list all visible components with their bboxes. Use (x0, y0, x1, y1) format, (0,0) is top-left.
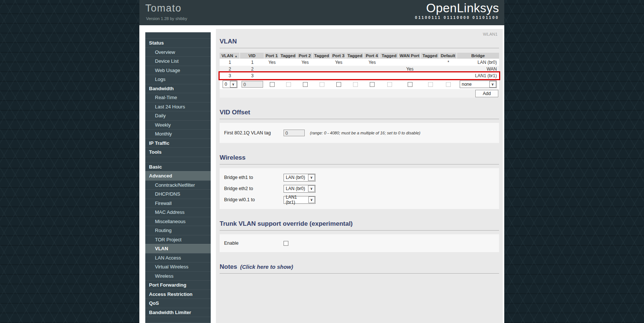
column-header-port3[interactable]: Port 3 (331, 53, 346, 59)
vlan-table: VLAN▲ VID Port 1 Tagged Port 2 Tagged Po… (220, 53, 499, 98)
cell (421, 79, 440, 89)
sidebar-item-firewall[interactable]: Firewall (145, 199, 211, 208)
sidebar-item-logs[interactable]: Logs (145, 75, 211, 84)
cell: * (440, 59, 457, 66)
wireless-row-eth2: Bridge eth2 to LAN (br0)∨ (224, 184, 495, 193)
cell: 2 (220, 66, 240, 72)
sidebar-item-ip-traffic[interactable]: IP Traffic (145, 138, 211, 148)
cell (279, 72, 297, 79)
corner-label: WLAN1 (483, 32, 498, 36)
column-header-vlan[interactable]: VLAN▲ (220, 53, 240, 59)
bridge-eth2-select[interactable]: LAN (br0)∨ (284, 185, 315, 193)
sidebar-item-virtual-wireless[interactable]: Virtual Wireless (145, 262, 211, 271)
column-header-port1[interactable]: Port 1 (265, 53, 279, 59)
sidebar-item-device-list[interactable]: Device List (145, 56, 211, 66)
vid-offset-input[interactable]: 0 (284, 130, 305, 136)
sidebar-item-tools[interactable]: Tools (145, 147, 211, 157)
sidebar-item-dhcp-dns[interactable]: DHCP/DNS (145, 189, 211, 199)
bridge-eth1-select[interactable]: LAN (br0)∨ (284, 174, 315, 182)
sidebar-item-tor-project[interactable]: TOR Project (145, 235, 211, 244)
notes-toggle-link[interactable]: (Click here to show) (240, 264, 293, 270)
sidebar-item-last-24-hours[interactable]: Last 24 Hours (145, 102, 211, 111)
sidebar-item-bandwidth-limiter[interactable]: Bandwidth Limiter (145, 308, 211, 317)
sidebar-item-vlan[interactable]: VLAN (145, 244, 211, 253)
sidebar-item-monthly[interactable]: Monthly (145, 129, 211, 138)
cell: Yes (297, 59, 313, 66)
vlan-row-1[interactable]: 1 1 Yes Yes Yes Yes * LAN (br0) (220, 59, 499, 66)
cell (297, 79, 313, 89)
cell (364, 66, 380, 72)
vlan-table-container: VLAN▲ VID Port 1 Tagged Port 2 Tagged Po… (220, 53, 499, 98)
column-header-default[interactable]: Default (440, 53, 457, 59)
sidebar-item-mac-address[interactable]: MAC Address (145, 208, 211, 217)
cell (421, 72, 440, 79)
bridge-wl01-select[interactable]: LAN1 (br1)∨ (284, 196, 315, 204)
sidebar-item-web-usage[interactable]: Web Usage (145, 66, 211, 75)
sidebar-item-wireless[interactable]: Wireless (145, 271, 211, 281)
sidebar-divider (145, 157, 211, 162)
sidebar-item-basic[interactable]: Basic (145, 162, 211, 172)
column-header-port4[interactable]: Port 4 (364, 53, 380, 59)
cell: none∨ (457, 79, 499, 89)
cell (364, 79, 380, 89)
sidebar-item-port-forwarding[interactable]: Port Forwarding (145, 280, 211, 290)
cell (265, 66, 279, 72)
sidebar-item-real-time[interactable]: Real-Time (145, 93, 211, 102)
vlan-section-title: VLAN (220, 38, 499, 48)
sidebar-item-weekly[interactable]: Weekly (145, 120, 211, 130)
bridge-select[interactable]: none∨ (460, 81, 497, 88)
sidebar-item-lan-access[interactable]: LAN Access (145, 253, 211, 262)
add-button[interactable]: Add (475, 90, 498, 97)
sidebar-item-miscellaneous[interactable]: Miscellaneous (145, 217, 211, 226)
column-header-tagged3[interactable]: Tagged (346, 53, 364, 59)
cell: 3 (220, 72, 240, 79)
cell: Yes (265, 59, 279, 66)
app-version: Version 1.28 by shibby (146, 16, 187, 21)
column-header-tagged1[interactable]: Tagged (279, 53, 297, 59)
cell: 3 (240, 72, 265, 79)
sidebar-item-overview[interactable]: Overview (145, 48, 211, 57)
column-header-vid[interactable]: VID (240, 53, 265, 59)
column-header-wan-port[interactable]: WAN Port (399, 53, 421, 59)
sidebar-divider (145, 317, 211, 322)
trunk-enable-checkbox[interactable] (284, 241, 288, 246)
column-header-tagged2[interactable]: Tagged (313, 53, 331, 59)
sidebar-item-routing[interactable]: Routing (145, 226, 211, 235)
sidebar-item-conntrack-netfilter[interactable]: Conntrack/Netfilter (145, 180, 211, 190)
column-header-tagged-wan[interactable]: Tagged (421, 53, 440, 59)
vid-offset-label: First 802.1Q VLAN tag (224, 130, 284, 136)
chevron-down-icon: ∨ (489, 81, 496, 88)
header-bar: Tomato Version 1.28 by shibby OpenLinksy… (139, 0, 504, 25)
sidebar-item-qos[interactable]: QoS (145, 298, 211, 308)
wan-port-checkbox[interactable] (408, 82, 412, 87)
cell: Yes (331, 59, 346, 66)
cell (331, 66, 346, 72)
cell: 0 (240, 79, 265, 89)
sidebar-item-advanced[interactable]: Advanced (145, 171, 211, 180)
vlan-add-form-row: 0∨ 0 (220, 79, 499, 89)
sidebar-item-access-restriction[interactable]: Access Restriction (145, 290, 211, 299)
column-header-tagged4[interactable]: Tagged (380, 53, 399, 59)
cell (346, 66, 364, 72)
cell (313, 79, 331, 89)
trunk-panel: Enable (220, 234, 499, 252)
cell: 1 (220, 59, 240, 66)
vlan-number-select[interactable]: 0∨ (223, 81, 237, 88)
column-header-port2[interactable]: Port 2 (297, 53, 313, 59)
vlan-row-3-highlighted[interactable]: 3 3 LAN1 (br1) (220, 72, 499, 79)
sidebar-item-bandwidth[interactable]: Bandwidth (145, 84, 211, 93)
port4-checkbox[interactable] (370, 82, 375, 87)
vid-input[interactable]: 0 (242, 81, 263, 88)
sidebar-item-daily[interactable]: Daily (145, 111, 211, 120)
cell (421, 66, 440, 72)
cell: Add (220, 89, 499, 98)
cell-bridge: LAN1 (br1) (457, 72, 499, 79)
port2-checkbox[interactable] (303, 82, 308, 87)
sidebar-item-status[interactable]: Status (145, 38, 211, 48)
cell (346, 79, 364, 89)
port3-checkbox[interactable] (336, 82, 341, 87)
cell (265, 72, 279, 79)
vlan-row-2[interactable]: 2 2 Yes WAN (220, 66, 499, 72)
column-header-bridge[interactable]: Bridge (457, 53, 499, 59)
port1-checkbox[interactable] (270, 82, 275, 87)
